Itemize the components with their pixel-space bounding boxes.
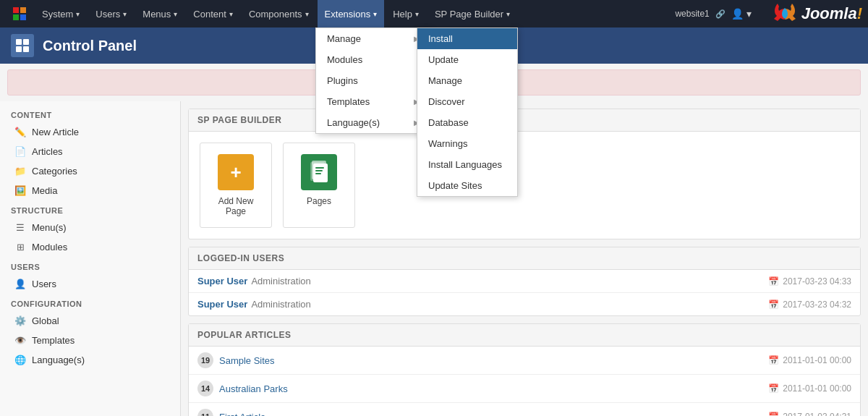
sidebar-item-menus[interactable]: ☰ Menu(s) bbox=[0, 218, 180, 237]
install-item-warnings[interactable]: Warnings bbox=[417, 133, 517, 154]
menus-icon: ☰ bbox=[14, 222, 26, 233]
sp-arrow: ▾ bbox=[506, 10, 510, 18]
content-arrow: ▾ bbox=[229, 10, 233, 18]
article-row-2: 14 Australian Parks 📅 2011-01-01 00:00 bbox=[189, 375, 860, 403]
svg-rect-13 bbox=[315, 173, 321, 174]
joomla-home-icon[interactable] bbox=[6, 0, 33, 27]
nav-right: website1 🔗 👤 ▾ Joomla! bbox=[675, 1, 862, 27]
nav-components[interactable]: Components ▾ bbox=[242, 0, 316, 27]
user-label: website1 bbox=[675, 9, 709, 19]
sidebar-item-modules[interactable]: ⊞ Modules bbox=[0, 237, 180, 257]
sidebar-section-configuration: CONFIGURATION bbox=[0, 294, 180, 311]
install-item-install-languages[interactable]: Install Languages bbox=[417, 154, 517, 175]
sidebar-item-articles[interactable]: 📄 Articles bbox=[0, 142, 180, 161]
article-link-3[interactable]: First Article bbox=[219, 412, 265, 417]
sidebar-item-languages[interactable]: 🌐 Language(s) bbox=[0, 350, 180, 370]
user-icon[interactable]: 👤 ▾ bbox=[731, 8, 752, 20]
user-link-icon: 🔗 bbox=[715, 9, 726, 19]
menus-arrow: ▾ bbox=[174, 10, 177, 18]
global-icon: ⚙️ bbox=[14, 315, 26, 326]
sidebar-item-categories[interactable]: 📁 Categories bbox=[0, 161, 180, 181]
add-new-page-icon: + bbox=[218, 154, 254, 190]
nav-users[interactable]: Users ▾ bbox=[88, 0, 134, 27]
install-submenu: Install Update Manage Discover Database … bbox=[417, 27, 518, 197]
article-timestamp-3: 📅 2017-01-03 04:31 bbox=[768, 412, 851, 416]
svg-rect-7 bbox=[23, 46, 29, 52]
install-item-update[interactable]: Update bbox=[417, 49, 517, 70]
article-row-1: 19 Sample Sites 📅 2011-01-01 00:00 bbox=[189, 347, 860, 375]
users-arrow: ▾ bbox=[123, 10, 127, 18]
nav-system[interactable]: System ▾ bbox=[35, 0, 87, 27]
sidebar-item-new-article[interactable]: ✏️ New Article bbox=[0, 122, 180, 142]
article-timestamp-2: 📅 2011-01-01 00:00 bbox=[768, 383, 851, 394]
sidebar-item-media[interactable]: 🖼️ Media bbox=[0, 181, 180, 200]
dd-modules[interactable]: Modules bbox=[316, 49, 430, 70]
svg-rect-11 bbox=[315, 167, 324, 169]
install-item-database[interactable]: Database bbox=[417, 112, 517, 133]
page-title: Control Panel bbox=[43, 38, 137, 54]
dd-manage[interactable]: Manage ▶ bbox=[316, 28, 430, 49]
sp-builder-section: SP PAGE BUILDER + Add New Page bbox=[188, 109, 861, 239]
dd-templates[interactable]: Templates ▶ bbox=[316, 91, 430, 112]
user-1-timestamp: 📅 2017-03-23 04:33 bbox=[768, 276, 851, 286]
dd-languages[interactable]: Language(s) ▶ bbox=[316, 112, 430, 133]
svg-rect-1 bbox=[20, 7, 26, 13]
pages-label: Pages bbox=[307, 196, 331, 206]
sidebar-item-users[interactable]: 👤 Users bbox=[0, 274, 180, 294]
languages-label: Language(s) bbox=[32, 355, 85, 365]
categories-icon: 📁 bbox=[14, 166, 26, 177]
install-item-install[interactable]: Install bbox=[417, 28, 517, 49]
users-label: Users bbox=[32, 279, 56, 289]
user-2-timestamp: 📅 2017-03-23 04:32 bbox=[768, 300, 851, 310]
new-article-label: New Article bbox=[32, 127, 79, 137]
install-item-manage[interactable]: Manage bbox=[417, 70, 517, 91]
calendar-icon-a3: 📅 bbox=[768, 412, 779, 416]
article-count-2: 14 bbox=[197, 381, 213, 396]
nav-sp-page-builder[interactable]: SP Page Builder ▾ bbox=[427, 0, 517, 27]
nav-help[interactable]: Help ▾ bbox=[386, 0, 426, 27]
logged-in-users-header: LOGGED-IN USERS bbox=[189, 247, 860, 270]
svg-rect-6 bbox=[16, 46, 22, 52]
article-link-1[interactable]: Sample Sites bbox=[219, 355, 275, 366]
pages-icon bbox=[301, 154, 337, 190]
calendar-icon-a1: 📅 bbox=[768, 355, 779, 365]
nav-content[interactable]: Content ▾ bbox=[186, 0, 240, 27]
content-area: SP PAGE BUILDER + Add New Page bbox=[181, 101, 868, 416]
joomla-logo: Joomla! bbox=[772, 1, 862, 27]
add-new-page-label: Add New Page bbox=[208, 196, 264, 216]
article-row-3: 11 First Article 📅 2017-01-03 04:31 bbox=[189, 403, 860, 416]
calendar-icon-a2: 📅 bbox=[768, 383, 779, 394]
article-timestamp-1: 📅 2011-01-01 00:00 bbox=[768, 355, 851, 365]
popular-articles-header: POPULAR ARTICLES bbox=[189, 324, 860, 347]
add-new-page-card[interactable]: + Add New Page bbox=[200, 143, 272, 228]
article-link-2[interactable]: Australian Parks bbox=[219, 383, 288, 394]
popular-articles-section: POPULAR ARTICLES 19 Sample Sites 📅 2011-… bbox=[188, 323, 861, 416]
pages-card[interactable]: Pages bbox=[283, 143, 355, 228]
user-2-name: Super User bbox=[197, 299, 247, 310]
categories-label: Categories bbox=[32, 166, 77, 177]
article-count-3: 11 bbox=[197, 409, 213, 416]
articles-label: Articles bbox=[32, 146, 63, 157]
sidebar-section-users: USERS bbox=[0, 257, 180, 274]
article-count-1: 19 bbox=[197, 352, 213, 368]
sidebar-item-global[interactable]: ⚙️ Global bbox=[0, 311, 180, 331]
templates-label: Templates bbox=[32, 335, 75, 346]
svg-rect-3 bbox=[20, 14, 26, 20]
nav-extensions[interactable]: Extensions ▾ bbox=[318, 0, 385, 27]
help-arrow: ▾ bbox=[415, 10, 419, 18]
menus-label: Menu(s) bbox=[32, 222, 67, 233]
svg-rect-2 bbox=[13, 14, 19, 20]
svg-rect-5 bbox=[23, 39, 29, 45]
dd-plugins[interactable]: Plugins bbox=[316, 70, 430, 91]
languages-icon: 🌐 bbox=[14, 355, 26, 365]
install-item-discover[interactable]: Discover bbox=[417, 91, 517, 112]
modules-label: Modules bbox=[32, 242, 67, 252]
sidebar-item-templates[interactable]: 👁️ Templates bbox=[0, 331, 180, 350]
install-item-update-sites[interactable]: Update Sites bbox=[417, 175, 517, 196]
nav-menus[interactable]: Menus ▾ bbox=[135, 0, 184, 27]
sidebar-section-content: CONTENT bbox=[0, 105, 180, 122]
svg-rect-4 bbox=[16, 39, 22, 45]
user-1-role: Administration bbox=[251, 276, 310, 286]
users-sidebar-icon: 👤 bbox=[14, 279, 26, 289]
sp-builder-body: + Add New Page Pages bbox=[189, 132, 860, 239]
